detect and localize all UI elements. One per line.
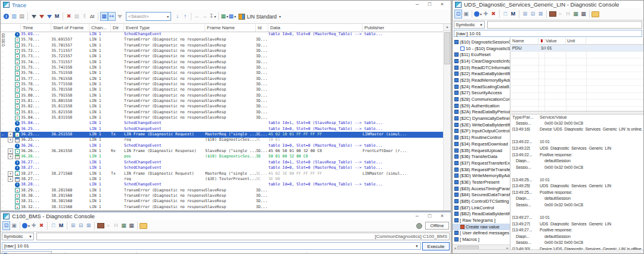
log-row[interactable]: Sessio...0x00 0x32 0x00 0xC8 [511, 120, 643, 126]
tree-item[interactable]: ($28) CommunicationCon [453, 96, 510, 103]
filter-sort-icon[interactable] [45, 12, 53, 21]
response-none-icon[interactable]: ⊠ [537, 10, 544, 18]
folder-icon[interactable] [140, 221, 147, 230]
log-row[interactable] [511, 132, 643, 139]
mode-select[interactable]: Symbolic▼ [454, 21, 485, 29]
tree-item[interactable]: ($14) ClearDiagnosticInfo [453, 58, 510, 64]
scroll-up-icon[interactable]: ▲ [444, 24, 451, 31]
search-next-icon[interactable]: ↓ [174, 12, 181, 21]
send-icon[interactable]: ▾ [22, 221, 30, 230]
delta-time-icon[interactable]: Δt [88, 12, 96, 21]
detach-icon[interactable]: ⊡ [2, 221, 10, 230]
trace-row[interactable]: ▹i35.69...LIN 1SchedChangeEventtable Id=… [1, 32, 444, 37]
history-select[interactable]: 22:07:58 CellVoltag... ▼ [2, 251, 52, 254]
trace-row[interactable]: ▹▾35.77...35.761558LIN 1TransmError (Dia… [1, 76, 444, 82]
close-button[interactable]: × [436, 213, 448, 220]
maximize-button[interactable]: □ [423, 213, 436, 220]
tree-item[interactable]: ($83) AccessTimingParam [453, 185, 510, 192]
tree-item[interactable]: ($B2) ReadDataByIdentifi [453, 211, 510, 218]
trace-row[interactable]: ▹▾35.79...35.781558LIN 1TransmError (Dia… [1, 87, 444, 92]
trace-vertical-scrollbar[interactable]: ▲ [443, 24, 451, 210]
view-table-icon[interactable]: ▦ [128, 221, 135, 230]
log-row[interactable]: [13:49:27...Positive response: [511, 227, 643, 233]
tree-item[interactable]: ($84) SecuredDataTransf [453, 192, 510, 199]
tree-item[interactable]: [ User defined messages ] [453, 230, 510, 237]
window-icon[interactable]: □ [49, 221, 57, 230]
find-icon[interactable]: M [509, 10, 517, 18]
expand-icon[interactable]: + [8, 176, 13, 182]
trace-row[interactable]: ▹i38.28...LIN 1SchedChangeEventtable Id=… [1, 182, 444, 187]
log-row[interactable] [511, 208, 643, 215]
trace-row[interactable]: ▹▾35.75...35.741558LIN 1TransmError (Dia… [1, 65, 444, 70]
expand-icon[interactable]: + [8, 132, 13, 137]
minimize-button[interactable]: – [411, 1, 423, 8]
param-col-value[interactable]: Value [544, 38, 566, 44]
log-row[interactable]: Sessio...0x00 0x32 0x00 0xC8 [511, 202, 643, 208]
clear-trace-icon[interactable]: ✖ [65, 12, 73, 21]
tree-item[interactable]: ($19) ReadDTCInformatio [453, 64, 510, 71]
tree-item[interactable]: ($35) RequestUpload [453, 147, 510, 154]
copy-icon[interactable]: ▣ [462, 10, 470, 18]
tree-item[interactable]: ($36) TransferData [453, 153, 510, 160]
tree-item[interactable]: ($10) DiagnosticSessionC [453, 39, 510, 45]
view-grid-icon[interactable]: ▦ [120, 221, 128, 230]
close-button[interactable]: × [436, 1, 448, 8]
response-none-icon[interactable]: ⊠ [85, 221, 92, 230]
trace-row[interactable]: ▹▾35.72...35.711557LIN 1TransmError (Dia… [1, 48, 444, 54]
chevron-down-icon[interactable]: ▼ [415, 244, 419, 248]
copy-icon[interactable]: ▣ [10, 221, 18, 230]
statistics-icon[interactable]: ▥ [10, 12, 18, 21]
log-row[interactable]: [13:49:25]UDS_Diagnostic_Services_Generi… [511, 182, 643, 189]
col-time[interactable]: Time [21, 24, 51, 32]
parameter-row[interactable]: PDU10 01 [511, 45, 643, 52]
filter-inactive-icon[interactable] [116, 12, 123, 21]
trace-row[interactable]: ▹+36.25...LIN 1req($10) DiagnosticSes...… [1, 138, 444, 143]
response-positive-icon[interactable]: ⊞ [521, 10, 529, 18]
response-positive-icon[interactable]: ⊞ [69, 221, 77, 230]
execute-button[interactable]: Execute [422, 242, 450, 250]
trace-row[interactable]: ▹▾38.29...38.281560LIN 1TransmError (Dia… [1, 188, 444, 193]
trace-row[interactable]: ▹i36.27...LIN 1SchedChangeEventtable Id=… [1, 160, 444, 165]
nav-forward-icon[interactable]: → [201, 12, 209, 21]
log-row[interactable]: Diagn...defaultSession [511, 233, 643, 240]
tree-item[interactable]: 10 - ($10) DiagnosticS [453, 45, 510, 52]
tree-item[interactable]: ($11) EcuReset [453, 51, 510, 58]
bms-titlebar[interactable]: C100_BMS - Diagnostic Console – □ × [1, 212, 451, 220]
col-start-of-frame[interactable]: Start of Frame [51, 24, 89, 32]
scroll-thumb[interactable] [444, 32, 450, 64]
col-event-type[interactable]: Event Type [124, 24, 205, 32]
col-publisher[interactable]: Publisher [363, 24, 444, 32]
trace-row[interactable]: ▹+38.27...LIN 1req($3E) TesterPresent...… [1, 176, 444, 182]
ecu-icon[interactable] [97, 221, 104, 230]
qualifier-field[interactable]: [CommonDiagnostics] C100_BMS [36, 233, 450, 240]
step-icon[interactable]: H [564, 10, 572, 18]
trace-row[interactable]: ▹▾35.81...35.801558LIN 1TransmError (Dia… [1, 98, 444, 104]
col-data[interactable]: Data [268, 24, 363, 32]
trace-row[interactable]: ▹i35.84...LIN 1SchedChangeEventtable Id=… [1, 121, 444, 126]
tree-item[interactable]: ($34) RequestDownload [453, 141, 510, 147]
trace-row[interactable]: ▹i36.25...LIN 1SchedChangeEventtable Id=… [1, 126, 444, 132]
response-negative-icon[interactable]: ⊟ [77, 221, 85, 230]
configure-icon[interactable]: ✚ [482, 10, 490, 18]
logging-menu-icon[interactable]: ▦▾ [228, 12, 236, 21]
tree-item[interactable]: ($22) ReadDataByIdentifi [453, 70, 510, 77]
tree-item[interactable]: ($85) ControlDTCSetting [453, 198, 510, 205]
trace-row[interactable]: ▹▾35.82...35.811558LIN 1TransmError (Dia… [1, 104, 444, 109]
log-row[interactable]: [13:49:22]UDS_Diagnostic_Services_Generi… [511, 145, 643, 151]
search-prev-icon[interactable]: ↑ [181, 12, 189, 21]
step-icon[interactable]: H [112, 221, 120, 230]
absolute-time-toggle-icon[interactable]: ▦ [100, 12, 108, 21]
offline-button[interactable]: Offline [425, 222, 449, 230]
suspend-icon[interactable]: = [556, 10, 564, 18]
folder-icon[interactable] [592, 10, 599, 18]
nav-back-icon[interactable]: ← [193, 12, 201, 21]
trace-row[interactable]: ▹▾35.76...35.751558LIN 1TransmError (Dia… [1, 70, 444, 76]
log-row[interactable]: [13:49:27...10 01 [511, 214, 643, 221]
tree-item[interactable]: [ Raw Telegrams ] [453, 217, 510, 224]
tree-item[interactable]: ($24) ReadScalingDataB [453, 83, 510, 90]
trace-column-headers[interactable]: Time Start of Frame Chan... Dir Event Ty… [1, 24, 444, 32]
raw-request-input[interactable]: [raw:] 10 01 ▼ [2, 242, 421, 250]
trace-row[interactable]: ▹▾35.73...35.721557LIN 1TransmError (Dia… [1, 54, 444, 59]
log-row[interactable]: Sessio...0x00 0x32 0x00 0xC8 [511, 164, 643, 171]
dock-bottom-icon[interactable]: ↧▾ [209, 12, 216, 21]
